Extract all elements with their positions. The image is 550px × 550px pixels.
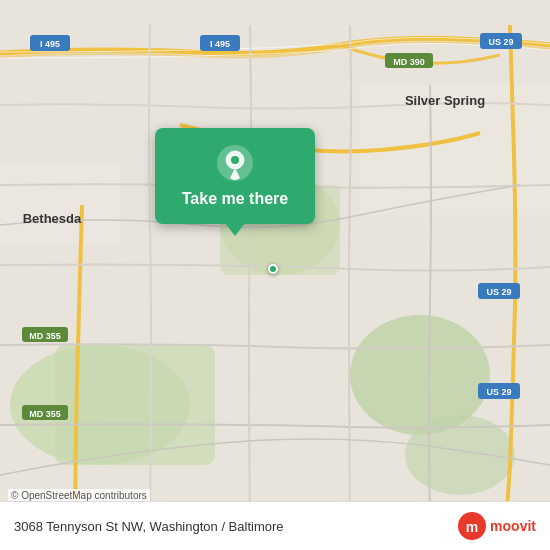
svg-text:I 495: I 495 (40, 39, 60, 49)
svg-text:MD 390: MD 390 (393, 57, 425, 67)
map-pin-dot (268, 264, 278, 274)
svg-text:m: m (466, 519, 478, 535)
moovit-icon: m (458, 512, 486, 540)
moovit-logo: m moovit (458, 512, 536, 540)
svg-text:Bethesda: Bethesda (23, 211, 82, 226)
bottom-bar: 3068 Tennyson St NW, Washington / Baltim… (0, 501, 550, 550)
svg-point-32 (231, 156, 239, 164)
moovit-brand-name: moovit (490, 518, 536, 534)
map-container: I 495 I 495 US 29 MD 390 MD 410 MD 355 M… (0, 0, 550, 550)
location-pin-icon (216, 144, 254, 182)
svg-text:MD 355: MD 355 (29, 409, 61, 419)
take-me-there-button[interactable]: Take me there (182, 190, 288, 208)
svg-text:I 495: I 495 (210, 39, 230, 49)
svg-text:US 29: US 29 (486, 287, 511, 297)
map-background: I 495 I 495 US 29 MD 390 MD 410 MD 355 M… (0, 0, 550, 550)
svg-text:US 29: US 29 (488, 37, 513, 47)
svg-text:MD 355: MD 355 (29, 331, 61, 341)
svg-rect-9 (0, 165, 120, 245)
svg-text:US 29: US 29 (486, 387, 511, 397)
address-label: 3068 Tennyson St NW, Washington / Baltim… (14, 519, 284, 534)
map-svg: I 495 I 495 US 29 MD 390 MD 410 MD 355 M… (0, 0, 550, 550)
svg-text:Silver Spring: Silver Spring (405, 93, 485, 108)
location-popup: Take me there (155, 128, 315, 224)
